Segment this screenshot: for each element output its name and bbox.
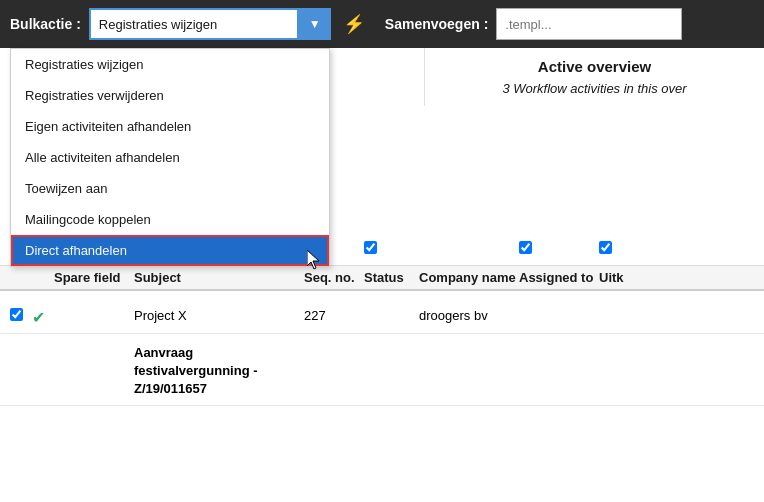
active-overview-title: Active overview [439,58,750,75]
header-uitk-checkbox[interactable] [599,241,612,254]
row1-cb1 [10,308,32,321]
row1-subject: Project X [134,308,304,323]
header-uitk [599,241,649,254]
green-check-icon: ✔ [32,308,45,327]
col-header-company: Company name [419,270,519,285]
column-headers: Spare field Subject Seq. no. Status Comp… [0,266,764,291]
bulk-select-wrapper: Registraties wijzigen ▼ [89,8,331,40]
template-input[interactable] [496,8,682,40]
chevron-down-icon: ▼ [309,17,321,31]
header-status-checkbox[interactable] [364,241,377,254]
dropdown-item-2[interactable]: Eigen activiteiten afhandelen [11,111,329,142]
header-assigned-checkbox[interactable] [519,241,532,254]
dropdown-item-4[interactable]: Toewijzen aan [11,173,329,204]
row1-cb2: ✔ [32,308,54,327]
table-row: ✔ Project X 227 droogers bv [0,302,764,334]
row2-subject: Aanvraag festivalvergunning - Z/19/01165… [134,344,304,399]
active-overview-subtitle: 3 Workflow activities in this over [439,81,750,96]
col-header-uitk: Uitk [599,270,649,285]
right-panel: Active overview 3 Workflow activities in… [424,48,764,106]
dropdown-item-6[interactable]: Direct afhandelen [11,235,329,266]
col-header-assigned: Assigned to [519,270,599,285]
row1-seq: 227 [304,308,364,323]
dropdown-menu: Registraties wijzigenRegistraties verwij… [10,48,330,267]
bolt-icon: ⚡ [343,14,365,34]
bolt-icon-button[interactable]: ⚡ [339,13,369,35]
table-row: Aanvraag festivalvergunning - Z/19/01165… [0,338,764,406]
col-header-subject: Subject [134,270,304,285]
bulk-select-arrow-button[interactable]: ▼ [299,8,331,40]
bulk-select-display[interactable]: Registraties wijzigen [89,8,299,40]
dropdown-item-3[interactable]: Alle activiteiten afhandelen [11,142,329,173]
dropdown-item-5[interactable]: Mailingcode koppelen [11,204,329,235]
dropdown-item-1[interactable]: Registraties verwijderen [11,80,329,111]
header-status [364,241,419,254]
header-assigned [519,241,599,254]
row1-checkbox1[interactable] [10,308,23,321]
toolbar: Bulkactie : Registraties wijzigen ▼ ⚡ Sa… [0,0,764,48]
dropdown-item-0[interactable]: Registraties wijzigen [11,49,329,80]
samenvoegen-label: Samenvoegen : [385,16,488,32]
col-header-seq: Seq. no. [304,270,364,285]
col-header-status: Status [364,270,419,285]
bulkactie-label: Bulkactie : [10,16,81,32]
row1-company: droogers bv [419,308,519,323]
col-header-spare: Spare field [54,270,134,285]
